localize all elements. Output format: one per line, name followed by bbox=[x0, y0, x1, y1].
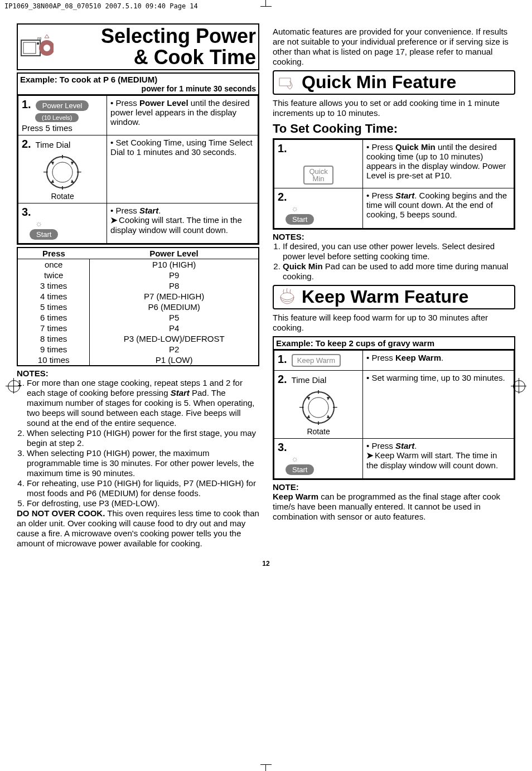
note-item: When selecting P10 (HIGH) power for the … bbox=[27, 428, 259, 448]
keep-warm-pill: Keep Warm bbox=[292, 354, 341, 367]
start-pill: Start bbox=[286, 464, 314, 475]
step3-cell: 3. ☼ Start bbox=[18, 203, 107, 243]
page-number: 12 bbox=[0, 560, 532, 568]
svg-point-4 bbox=[41, 42, 52, 54]
svg-text:−: − bbox=[299, 403, 304, 412]
dial-icon: − − bbox=[43, 153, 82, 192]
press-5-label: Press 5 times bbox=[22, 123, 72, 133]
power-press-cell: 7 times bbox=[17, 323, 90, 333]
power-press-cell: 9 times bbox=[17, 344, 90, 355]
rotate-label: Rotate bbox=[22, 192, 103, 201]
svg-point-12 bbox=[308, 397, 328, 418]
levels-pill: (10 Levels) bbox=[35, 113, 79, 122]
power-level-cell: P2 bbox=[90, 344, 259, 355]
svg-point-5 bbox=[47, 157, 78, 188]
quick-intro: This feature allows you to set or add co… bbox=[273, 98, 515, 118]
q-step1-desc: • Press Quick Min until the desired cook… bbox=[363, 140, 514, 188]
svg-text:−: − bbox=[332, 403, 337, 412]
power-press-cell: 5 times bbox=[17, 302, 90, 312]
dial-icon: − − bbox=[299, 388, 338, 427]
right-column: Automatic features are provided for your… bbox=[273, 23, 515, 549]
power-level-pill: Power Level bbox=[36, 100, 89, 111]
power-header-level: Power Level bbox=[90, 248, 259, 259]
q-step2-desc: • Press Start. Cooking begins and the ti… bbox=[363, 188, 514, 229]
power-level-cell: P4 bbox=[90, 323, 259, 333]
k-step1-desc: • Press Keep Warm. bbox=[363, 351, 514, 371]
section-title: Selecting Power & Cook Time bbox=[57, 26, 256, 68]
svg-text:−: − bbox=[76, 167, 81, 177]
k-step2-desc: • Set warming time, up to 30 minutes. bbox=[363, 371, 514, 439]
example-line1: Example: To cook at P 6 (MEDIUM) bbox=[20, 75, 157, 84]
power-level-cell: P9 bbox=[90, 270, 259, 280]
keep-steps-card: Example: To keep 2 cups of gravy warm 1.… bbox=[273, 336, 515, 480]
reg-mark-right bbox=[511, 378, 526, 394]
left-column: P8 Selecting Power & Cook Time Example: … bbox=[17, 23, 259, 549]
auto-intro: Automatic features are provided for your… bbox=[273, 27, 515, 67]
start-pill: Start bbox=[30, 229, 58, 240]
note-item: For reheating, use P10 (HIGH) for liquid… bbox=[27, 478, 259, 498]
step2-cell: 2. Time Dial − − bbox=[18, 135, 107, 203]
note-item: For more than one stage cooking, repeat … bbox=[27, 378, 259, 428]
power-press-cell: 10 times bbox=[17, 355, 90, 366]
power-level-cell: P10 (HIGH) bbox=[90, 259, 259, 270]
step3-desc: • Press Start. ➤Cooking will start. The … bbox=[107, 203, 258, 243]
svg-point-6 bbox=[52, 162, 72, 182]
svg-text:−: − bbox=[43, 167, 48, 177]
start-pill: Start bbox=[286, 214, 314, 225]
keep-example-bar: Example: To keep 2 cups of gravy warm bbox=[274, 337, 514, 350]
left-notes: NOTES: For more than one stage cooking, … bbox=[17, 368, 259, 549]
keep-intro: This feature will keep food warm for up … bbox=[273, 313, 515, 333]
k-step1-cell: 1. Keep Warm bbox=[274, 351, 363, 371]
q-step1-cell: 1. QuickMin bbox=[274, 140, 363, 188]
power-press-cell: 6 times bbox=[17, 312, 90, 323]
note-item: If desired, you can use other power leve… bbox=[283, 241, 515, 261]
k-step3-cell: 3. ☼ Start bbox=[274, 439, 363, 479]
power-press-cell: 3 times bbox=[17, 280, 90, 291]
power-press-cell: 4 times bbox=[17, 291, 90, 302]
step1-desc: • Press Power Level until the desired po… bbox=[107, 95, 258, 135]
keep-note: NOTE: Keep Warm can be programmed as the… bbox=[273, 482, 515, 522]
light-icon: ☼ bbox=[291, 454, 299, 463]
svg-rect-2 bbox=[37, 42, 39, 45]
example-line2: power for 1 minute 30 seconds bbox=[20, 84, 256, 93]
pot-icon bbox=[276, 287, 298, 307]
svg-rect-1 bbox=[23, 42, 36, 54]
example-box: Example: To cook at P 6 (MEDIUM) power f… bbox=[17, 72, 259, 245]
quick-steps-card: 1. QuickMin • Press Quick Min until the … bbox=[273, 138, 515, 230]
reg-mark-left bbox=[6, 378, 21, 394]
power-press-cell: once bbox=[17, 259, 90, 270]
svg-point-11 bbox=[303, 392, 334, 423]
power-level-cell: P8 bbox=[90, 280, 259, 291]
power-table: Press Power Level onceP10 (HIGH)twiceP93… bbox=[17, 247, 259, 366]
power-level-cell: P5 bbox=[90, 312, 259, 323]
light-icon: ☼ bbox=[291, 203, 299, 213]
note-item: When selecting P10 (HIGH) power, the max… bbox=[27, 448, 259, 478]
light-icon: ☼ bbox=[35, 219, 43, 228]
keep-warm-title: Keep Warm Feature bbox=[273, 285, 515, 309]
power-level-cell: P1 (LOW) bbox=[90, 355, 259, 366]
power-level-cell: P7 (MED-HIGH) bbox=[90, 291, 259, 302]
to-set-cooking-time: To Set Cooking Time: bbox=[273, 122, 515, 136]
quick-notes: NOTES: If desired, you can use other pow… bbox=[273, 232, 515, 282]
fold-mark-top bbox=[260, 0, 272, 7]
power-press-cell: 8 times bbox=[17, 333, 90, 344]
note-item: For defrosting, use P3 (MED-LOW). bbox=[27, 498, 259, 508]
step2-desc: • Set Cooking Time, using Time Select Di… bbox=[107, 135, 258, 203]
svg-text:P8: P8 bbox=[37, 37, 42, 40]
power-header-press: Press bbox=[17, 248, 90, 259]
selecting-power-card: P8 Selecting Power & Cook Time bbox=[17, 23, 259, 70]
k-step2-cell: 2. Time Dial − − bbox=[274, 371, 363, 439]
quick-min-pill: QuickMin bbox=[303, 166, 333, 185]
quick-min-title: Quick Min Feature bbox=[273, 70, 515, 95]
power-level-cell: P6 (MEDIUM) bbox=[90, 302, 259, 312]
rotate-label: Rotate bbox=[278, 427, 359, 436]
step1-cell: 1. Power Level (10 Levels) Press 5 times bbox=[18, 95, 107, 135]
hand-icon bbox=[276, 72, 298, 93]
power-press-cell: twice bbox=[17, 270, 90, 280]
fold-mark-bottom bbox=[260, 764, 272, 771]
microwave-icon: P8 bbox=[20, 35, 54, 59]
note-item: Quick Min Pad can be used to add more ti… bbox=[283, 261, 515, 282]
q-step2-cell: 2. ☼ Start bbox=[274, 188, 363, 229]
k-step3-desc: • Press Start. ➤Keep Warm will start. Th… bbox=[363, 439, 514, 479]
power-level-cell: P3 (MED-LOW)/DEFROST bbox=[90, 333, 259, 344]
